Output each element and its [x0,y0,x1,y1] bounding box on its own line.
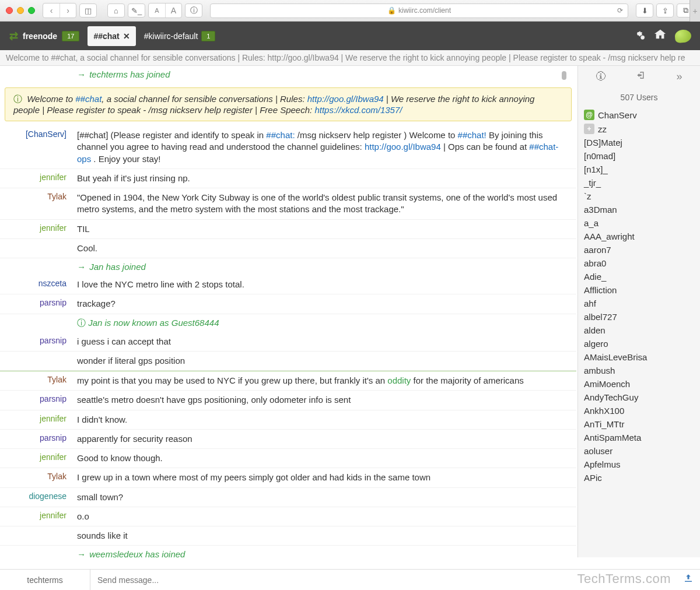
user-nick: ChanServ [598,110,637,120]
message-body: I didn't know. [72,413,576,427]
message-nick[interactable]: jennifer [0,451,72,465]
text-larger[interactable]: A [165,3,181,17]
user-item[interactable]: AndyTechGuy [584,391,694,404]
text-smaller[interactable]: A [149,3,165,17]
message-nick[interactable] [0,354,72,368]
user-item[interactable]: `z [584,189,694,203]
home-button[interactable]: ⌂ [107,3,125,17]
share-button[interactable]: ⇪ [656,3,674,17]
message-nick[interactable]: Tylak [0,374,72,388]
user-item[interactable]: Apfelmus [584,458,694,471]
gear-icon[interactable] [633,28,646,44]
expand-icon[interactable]: » [676,71,682,83]
user-item[interactable]: [DS]Matej [584,136,694,149]
sidebar-button[interactable]: ◫ [79,3,97,17]
edit-button[interactable]: ✎_ [128,3,145,17]
user-item[interactable]: AnkhX100 [584,404,694,417]
user-item[interactable]: a3Dman [584,203,694,216]
user-item[interactable]: [n0mad] [584,149,694,163]
message-nick[interactable]: Tylak [0,470,72,484]
message-row: Tylak"Opened in 1904, the New York City … [0,188,576,220]
message-row: jenniferTIL [0,220,576,239]
message-nick[interactable]: [ChanServ] [0,128,72,166]
user-nick: aoluser [584,446,612,456]
my-nick[interactable]: techterms [0,570,90,590]
message-nick[interactable]: parsnip [0,432,72,446]
message-nick[interactable] [0,529,72,543]
user-item[interactable]: AnTi_MTtr [584,417,694,431]
network-name: freenode [23,31,57,41]
address-bar[interactable]: 🔒 kiwiirc.com/client ⟳ [210,3,628,18]
user-item[interactable]: +zz [584,122,694,136]
info-button[interactable]: ⓘ [185,3,202,17]
lock-icon: 🔒 [387,6,396,15]
back-button[interactable]: ‹ [43,3,60,17]
message-nick[interactable]: diogenese [0,490,72,504]
message-nick[interactable]: jennifer [0,510,72,524]
message-nick[interactable]: Tylak [0,191,72,217]
message-nick[interactable]: jennifer [0,413,72,427]
user-item[interactable]: Affliction [584,283,694,297]
message-nick[interactable]: parsnip [0,335,72,349]
kiwi-logo-icon[interactable] [674,29,692,43]
message-body: "Opened in 1904, the New York City Subwa… [72,191,576,217]
user-item[interactable]: AMaisLeveBrisa [584,350,694,364]
user-item[interactable]: ahf [584,297,694,310]
tab-kiwi-default[interactable]: #kiwiirc-default 1 [138,26,222,46]
user-item[interactable]: abra0 [584,257,694,270]
message-nick[interactable]: jennifer [0,171,72,185]
user-item[interactable]: AntiSpamMeta [584,431,694,444]
message-nick[interactable]: parsnip [0,297,72,311]
user-list[interactable]: @ChanServ+zz[DS]Matej[n0mad][n1x]__tjr_`… [578,108,700,557]
forward-button[interactable]: › [60,3,76,17]
message-row: sounds like it [0,526,576,546]
user-nick: ambush [584,366,615,375]
user-item[interactable]: APic [584,471,694,484]
message-nick[interactable]: nszceta [0,278,72,292]
reload-icon[interactable]: ⟳ [617,6,623,15]
user-item[interactable]: AAA_awright [584,230,694,243]
join-message: → Jan has joined [0,258,576,275]
user-nick: [n0mad] [584,151,615,161]
user-item[interactable]: AmiMoench [584,377,694,391]
message-body: TIL [72,222,576,236]
message-nick[interactable]: jennifer [0,222,72,236]
upload-icon[interactable] [677,573,700,587]
message-nick[interactable]: parsnip [0,393,72,407]
chat-log[interactable]: → techterms has joinedⓘ Welcome to ##cha… [0,66,578,557]
close-icon[interactable]: ✕ [123,31,130,41]
house-icon[interactable] [654,28,667,44]
user-nick: AAA_awright [584,231,635,241]
message-row: jenniferBut yeah if it's just rinsing np… [0,169,576,188]
user-count: 507 Users [578,87,700,108]
user-item[interactable]: _tjr_ [584,176,694,189]
user-item[interactable]: albel727 [584,310,694,324]
user-item[interactable]: aoluser [584,444,694,458]
scrollbar-thumb[interactable] [562,71,566,80]
leave-icon[interactable] [636,70,646,83]
user-item[interactable]: Adie_ [584,270,694,283]
user-item[interactable]: ambush [584,364,694,377]
minimize-window[interactable] [17,7,24,14]
text-size: A A [148,3,182,18]
user-nick: Adie_ [584,272,606,282]
message-nick[interactable] [0,241,72,255]
user-item[interactable]: [n1x]_ [584,163,694,176]
message-body: Cool. [72,241,576,255]
downloads-button[interactable]: ⬇ [636,3,653,17]
user-item[interactable]: @ChanServ [584,108,694,122]
user-item[interactable]: algero [584,337,694,350]
maximize-window[interactable] [28,7,35,14]
close-window[interactable] [6,7,13,14]
info-icon[interactable]: 🛈 [596,71,606,83]
tab-chat-active[interactable]: ##chat ✕ [88,26,135,46]
new-tab-button[interactable]: + [690,0,700,22]
user-item[interactable]: alden [584,324,694,337]
network-icon: ⇄ [9,30,18,43]
network-tab[interactable]: ⇄ freenode 17 [4,26,85,46]
user-item[interactable]: aaron7 [584,243,694,257]
message-row: diogenesesmall town? [0,488,576,507]
user-item[interactable]: a_a [584,216,694,230]
message-input[interactable] [90,570,677,590]
message-body: i guess i can accept that [72,335,576,349]
